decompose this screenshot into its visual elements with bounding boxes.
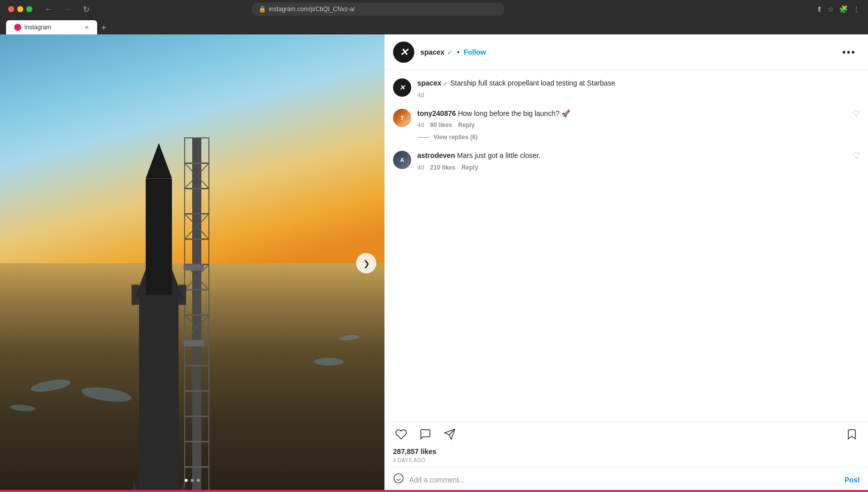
caption-meta: 4d xyxy=(417,92,860,99)
caption-content: Starship full stack propellant load test… xyxy=(450,79,615,87)
comment-2: A astrodeven Mars just got a little clos… xyxy=(393,151,860,171)
address-bar[interactable]: 🔒 instagram.com/p/CbQI_CNvz-a/ xyxy=(251,3,504,16)
comment-1: T tony240876 How long before the big lau… xyxy=(393,109,860,129)
tab-title: Instagram xyxy=(24,24,51,31)
comment-2-likes: 210 likes xyxy=(430,164,455,171)
star-icon[interactable]: ☆ xyxy=(828,5,834,13)
like-button[interactable] xyxy=(393,426,409,442)
caption-avatar[interactable]: ✕ xyxy=(393,78,411,97)
comment-1-meta: 4d 80 likes Reply xyxy=(417,121,847,129)
likes-count: 287,857 likes xyxy=(385,444,868,457)
chevron-right-icon: ❯ xyxy=(363,259,370,268)
comment-2-time: 4d xyxy=(417,164,424,171)
account-info: spacex ✓ • Follow xyxy=(420,48,838,56)
comment-1-text: tony240876 How long before the big launc… xyxy=(417,109,570,117)
caption-body: spacex ✓ Starship full stack propellant … xyxy=(417,78,860,99)
comment-1-content: How long before the big launch? 🚀 xyxy=(458,109,570,117)
starship-structure xyxy=(91,103,283,492)
back-button[interactable]: ← xyxy=(41,4,56,15)
post-header: ✕ spacex ✓ • Follow ••• xyxy=(385,34,868,70)
forward-button[interactable]: → xyxy=(61,4,75,15)
verified-badge-icon: ✓ xyxy=(447,49,453,56)
extensions-icon[interactable]: 🧩 xyxy=(839,5,848,13)
heart-icon xyxy=(395,428,407,440)
bookmark-icon xyxy=(846,428,858,440)
share-icon xyxy=(444,428,456,440)
account-username[interactable]: spacex xyxy=(420,48,444,56)
caption-author[interactable]: spacex xyxy=(417,79,441,87)
emoji-icon xyxy=(393,473,404,484)
url-text: instagram.com/p/CbQI_CNvz-a/ xyxy=(269,6,355,13)
comment-2-content: Mars just got a little closer. xyxy=(457,151,541,159)
comment-icon xyxy=(419,428,431,440)
emoji-button[interactable] xyxy=(393,473,404,487)
comment-1-author[interactable]: tony240876 xyxy=(417,109,456,117)
caption-avatar-icon: ✕ xyxy=(399,84,405,92)
comment-1-time: 4d xyxy=(417,121,424,129)
follow-button[interactable]: Follow xyxy=(463,48,486,56)
comment-2-body: astrodeven Mars just got a little closer… xyxy=(417,151,847,171)
comment-2-text: astrodeven Mars just got a little closer… xyxy=(417,151,541,159)
comment-2-reply-button[interactable]: Reply xyxy=(461,164,478,171)
comment-1-likes: 80 likes xyxy=(430,121,452,129)
svg-rect-32 xyxy=(184,264,204,270)
caption-time: 4d xyxy=(417,92,424,99)
post-date: 4 DAYS AGO xyxy=(385,457,868,467)
comment-2-author[interactable]: astrodeven xyxy=(417,151,455,159)
comment-button[interactable] xyxy=(417,426,433,442)
view-replies-1: View replies (6) xyxy=(417,134,860,141)
share-browser-icon[interactable]: ⬆ xyxy=(816,5,822,13)
carousel-dots xyxy=(185,479,200,482)
add-comment-bar: Post xyxy=(385,467,868,492)
menu-icon[interactable]: ⋮ xyxy=(853,5,860,13)
comment-2-avatar[interactable]: A xyxy=(393,151,411,169)
carousel-dot-1[interactable] xyxy=(185,479,188,482)
separator: • xyxy=(457,48,459,56)
replies-line xyxy=(417,137,429,138)
comment-1-body: tony240876 How long before the big launc… xyxy=(417,109,847,129)
bottom-bar xyxy=(0,490,868,492)
share-button[interactable] xyxy=(442,426,458,442)
refresh-button[interactable]: ↻ xyxy=(80,4,93,15)
carousel-dot-2[interactable] xyxy=(191,479,194,482)
view-replies-button-1[interactable]: View replies (6) xyxy=(433,134,478,141)
svg-rect-28 xyxy=(146,178,172,295)
comment-2-like-button[interactable]: ♡ xyxy=(853,151,860,160)
more-options-button[interactable]: ••• xyxy=(838,45,860,60)
comment-1-reply-button[interactable]: Reply xyxy=(458,121,475,129)
comments-area: ✕ spacex ✓ Starship full stack propellan… xyxy=(385,70,868,422)
verified-badge-caption: ✓ xyxy=(443,80,448,87)
carousel-dot-3[interactable] xyxy=(197,479,200,482)
svg-marker-29 xyxy=(146,143,172,178)
comment-1-like-button[interactable]: ♡ xyxy=(853,109,860,118)
bookmark-button[interactable] xyxy=(844,426,860,442)
post-image: ❯ xyxy=(0,34,384,492)
action-icons xyxy=(393,426,860,442)
actions-bar xyxy=(385,422,868,444)
comment-1-avatar[interactable]: T xyxy=(393,109,411,127)
carousel-next-button[interactable]: ❯ xyxy=(356,253,376,273)
svg-rect-33 xyxy=(184,340,204,346)
caption-text: spacex ✓ Starship full stack propellant … xyxy=(417,79,615,87)
new-tab-button[interactable]: + xyxy=(97,23,111,33)
account-avatar[interactable]: ✕ xyxy=(393,42,414,63)
avatar-icon: ✕ xyxy=(400,46,408,58)
post-comment-button[interactable]: Post xyxy=(845,476,860,484)
browser-tab[interactable]: Instagram ✕ xyxy=(6,20,97,34)
comment-2-meta: 4d 210 likes Reply xyxy=(417,164,847,171)
svg-rect-23 xyxy=(139,290,179,492)
post-caption: ✕ spacex ✓ Starship full stack propellan… xyxy=(393,78,860,99)
svg-point-36 xyxy=(394,474,403,483)
comment-input[interactable] xyxy=(409,476,840,484)
